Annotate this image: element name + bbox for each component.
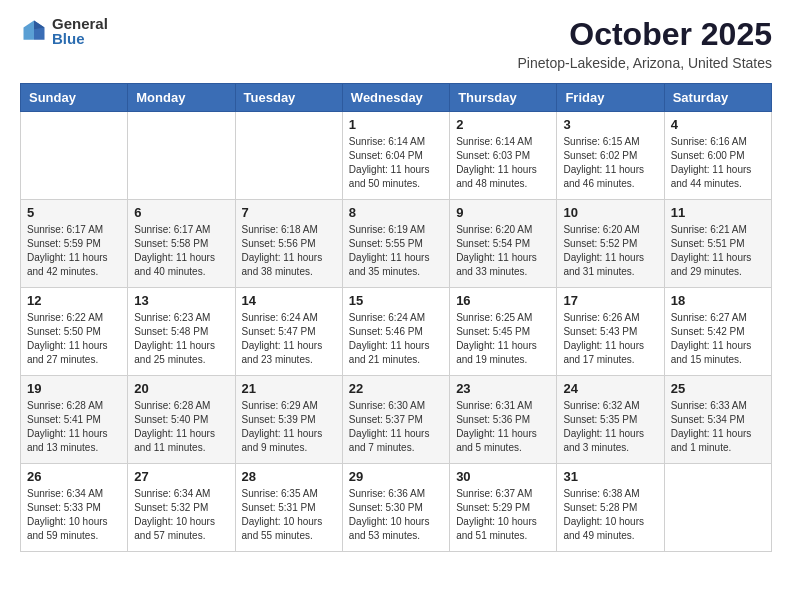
day-info: Sunrise: 6:17 AM Sunset: 5:59 PM Dayligh… xyxy=(27,223,121,279)
day-info: Sunrise: 6:34 AM Sunset: 5:32 PM Dayligh… xyxy=(134,487,228,543)
calendar-week-row: 12Sunrise: 6:22 AM Sunset: 5:50 PM Dayli… xyxy=(21,288,772,376)
logo-icon xyxy=(20,17,48,45)
table-row: 15Sunrise: 6:24 AM Sunset: 5:46 PM Dayli… xyxy=(342,288,449,376)
header-saturday: Saturday xyxy=(664,84,771,112)
day-info: Sunrise: 6:30 AM Sunset: 5:37 PM Dayligh… xyxy=(349,399,443,455)
logo-blue-label: Blue xyxy=(52,31,108,46)
table-row: 26Sunrise: 6:34 AM Sunset: 5:33 PM Dayli… xyxy=(21,464,128,552)
table-row: 14Sunrise: 6:24 AM Sunset: 5:47 PM Dayli… xyxy=(235,288,342,376)
day-number: 27 xyxy=(134,469,228,484)
table-row: 17Sunrise: 6:26 AM Sunset: 5:43 PM Dayli… xyxy=(557,288,664,376)
table-row: 10Sunrise: 6:20 AM Sunset: 5:52 PM Dayli… xyxy=(557,200,664,288)
day-info: Sunrise: 6:14 AM Sunset: 6:04 PM Dayligh… xyxy=(349,135,443,191)
table-row: 6Sunrise: 6:17 AM Sunset: 5:58 PM Daylig… xyxy=(128,200,235,288)
day-info: Sunrise: 6:27 AM Sunset: 5:42 PM Dayligh… xyxy=(671,311,765,367)
day-info: Sunrise: 6:33 AM Sunset: 5:34 PM Dayligh… xyxy=(671,399,765,455)
table-row: 18Sunrise: 6:27 AM Sunset: 5:42 PM Dayli… xyxy=(664,288,771,376)
day-number: 8 xyxy=(349,205,443,220)
day-number: 25 xyxy=(671,381,765,396)
day-number: 9 xyxy=(456,205,550,220)
day-number: 13 xyxy=(134,293,228,308)
day-number: 10 xyxy=(563,205,657,220)
logo-text: General Blue xyxy=(52,16,108,46)
day-info: Sunrise: 6:15 AM Sunset: 6:02 PM Dayligh… xyxy=(563,135,657,191)
day-number: 19 xyxy=(27,381,121,396)
table-row: 19Sunrise: 6:28 AM Sunset: 5:41 PM Dayli… xyxy=(21,376,128,464)
day-info: Sunrise: 6:20 AM Sunset: 5:52 PM Dayligh… xyxy=(563,223,657,279)
day-info: Sunrise: 6:34 AM Sunset: 5:33 PM Dayligh… xyxy=(27,487,121,543)
day-info: Sunrise: 6:18 AM Sunset: 5:56 PM Dayligh… xyxy=(242,223,336,279)
table-row: 29Sunrise: 6:36 AM Sunset: 5:30 PM Dayli… xyxy=(342,464,449,552)
day-info: Sunrise: 6:31 AM Sunset: 5:36 PM Dayligh… xyxy=(456,399,550,455)
day-info: Sunrise: 6:26 AM Sunset: 5:43 PM Dayligh… xyxy=(563,311,657,367)
calendar-header-row: Sunday Monday Tuesday Wednesday Thursday… xyxy=(21,84,772,112)
table-row: 16Sunrise: 6:25 AM Sunset: 5:45 PM Dayli… xyxy=(450,288,557,376)
day-info: Sunrise: 6:20 AM Sunset: 5:54 PM Dayligh… xyxy=(456,223,550,279)
day-info: Sunrise: 6:36 AM Sunset: 5:30 PM Dayligh… xyxy=(349,487,443,543)
day-info: Sunrise: 6:37 AM Sunset: 5:29 PM Dayligh… xyxy=(456,487,550,543)
day-info: Sunrise: 6:35 AM Sunset: 5:31 PM Dayligh… xyxy=(242,487,336,543)
day-info: Sunrise: 6:16 AM Sunset: 6:00 PM Dayligh… xyxy=(671,135,765,191)
table-row: 9Sunrise: 6:20 AM Sunset: 5:54 PM Daylig… xyxy=(450,200,557,288)
day-info: Sunrise: 6:21 AM Sunset: 5:51 PM Dayligh… xyxy=(671,223,765,279)
header: General Blue October 2025 Pinetop-Lakesi… xyxy=(20,16,772,71)
day-number: 16 xyxy=(456,293,550,308)
table-row: 27Sunrise: 6:34 AM Sunset: 5:32 PM Dayli… xyxy=(128,464,235,552)
day-info: Sunrise: 6:32 AM Sunset: 5:35 PM Dayligh… xyxy=(563,399,657,455)
day-number: 4 xyxy=(671,117,765,132)
table-row: 1Sunrise: 6:14 AM Sunset: 6:04 PM Daylig… xyxy=(342,112,449,200)
calendar-table: Sunday Monday Tuesday Wednesday Thursday… xyxy=(20,83,772,552)
table-row: 31Sunrise: 6:38 AM Sunset: 5:28 PM Dayli… xyxy=(557,464,664,552)
table-row: 24Sunrise: 6:32 AM Sunset: 5:35 PM Dayli… xyxy=(557,376,664,464)
table-row: 25Sunrise: 6:33 AM Sunset: 5:34 PM Dayli… xyxy=(664,376,771,464)
header-thursday: Thursday xyxy=(450,84,557,112)
day-number: 30 xyxy=(456,469,550,484)
table-row: 2Sunrise: 6:14 AM Sunset: 6:03 PM Daylig… xyxy=(450,112,557,200)
table-row: 12Sunrise: 6:22 AM Sunset: 5:50 PM Dayli… xyxy=(21,288,128,376)
table-row xyxy=(664,464,771,552)
day-number: 15 xyxy=(349,293,443,308)
table-row: 3Sunrise: 6:15 AM Sunset: 6:02 PM Daylig… xyxy=(557,112,664,200)
header-sunday: Sunday xyxy=(21,84,128,112)
header-wednesday: Wednesday xyxy=(342,84,449,112)
day-info: Sunrise: 6:14 AM Sunset: 6:03 PM Dayligh… xyxy=(456,135,550,191)
day-number: 11 xyxy=(671,205,765,220)
logo: General Blue xyxy=(20,16,108,46)
table-row: 8Sunrise: 6:19 AM Sunset: 5:55 PM Daylig… xyxy=(342,200,449,288)
day-number: 24 xyxy=(563,381,657,396)
table-row: 21Sunrise: 6:29 AM Sunset: 5:39 PM Dayli… xyxy=(235,376,342,464)
day-number: 21 xyxy=(242,381,336,396)
day-info: Sunrise: 6:28 AM Sunset: 5:41 PM Dayligh… xyxy=(27,399,121,455)
title-block: October 2025 Pinetop-Lakeside, Arizona, … xyxy=(518,16,773,71)
calendar-week-row: 26Sunrise: 6:34 AM Sunset: 5:33 PM Dayli… xyxy=(21,464,772,552)
table-row: 20Sunrise: 6:28 AM Sunset: 5:40 PM Dayli… xyxy=(128,376,235,464)
day-number: 12 xyxy=(27,293,121,308)
table-row xyxy=(128,112,235,200)
day-info: Sunrise: 6:29 AM Sunset: 5:39 PM Dayligh… xyxy=(242,399,336,455)
calendar-week-row: 19Sunrise: 6:28 AM Sunset: 5:41 PM Dayli… xyxy=(21,376,772,464)
day-info: Sunrise: 6:22 AM Sunset: 5:50 PM Dayligh… xyxy=(27,311,121,367)
day-number: 26 xyxy=(27,469,121,484)
day-number: 5 xyxy=(27,205,121,220)
table-row: 13Sunrise: 6:23 AM Sunset: 5:48 PM Dayli… xyxy=(128,288,235,376)
day-info: Sunrise: 6:24 AM Sunset: 5:47 PM Dayligh… xyxy=(242,311,336,367)
table-row: 7Sunrise: 6:18 AM Sunset: 5:56 PM Daylig… xyxy=(235,200,342,288)
day-number: 17 xyxy=(563,293,657,308)
day-number: 1 xyxy=(349,117,443,132)
header-friday: Friday xyxy=(557,84,664,112)
day-number: 22 xyxy=(349,381,443,396)
day-info: Sunrise: 6:24 AM Sunset: 5:46 PM Dayligh… xyxy=(349,311,443,367)
day-number: 3 xyxy=(563,117,657,132)
calendar-week-row: 1Sunrise: 6:14 AM Sunset: 6:04 PM Daylig… xyxy=(21,112,772,200)
day-info: Sunrise: 6:19 AM Sunset: 5:55 PM Dayligh… xyxy=(349,223,443,279)
table-row: 30Sunrise: 6:37 AM Sunset: 5:29 PM Dayli… xyxy=(450,464,557,552)
day-number: 31 xyxy=(563,469,657,484)
svg-marker-1 xyxy=(24,21,35,40)
day-number: 28 xyxy=(242,469,336,484)
day-info: Sunrise: 6:38 AM Sunset: 5:28 PM Dayligh… xyxy=(563,487,657,543)
table-row xyxy=(21,112,128,200)
day-number: 20 xyxy=(134,381,228,396)
day-number: 23 xyxy=(456,381,550,396)
day-info: Sunrise: 6:17 AM Sunset: 5:58 PM Dayligh… xyxy=(134,223,228,279)
table-row xyxy=(235,112,342,200)
